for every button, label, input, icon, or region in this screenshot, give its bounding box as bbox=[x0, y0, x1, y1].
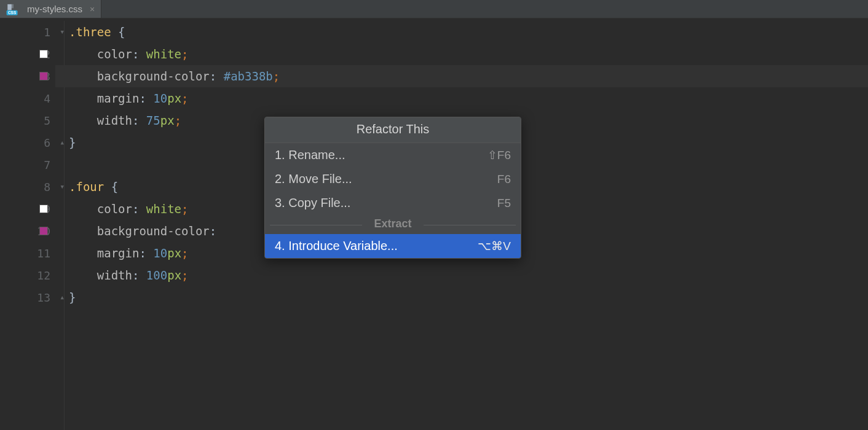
popup-item-shortcut: ⌥⌘V bbox=[478, 239, 511, 253]
line-number: 1 bbox=[33, 26, 55, 39]
svg-text:CSS: CSS bbox=[8, 10, 17, 15]
gutter-line: 4 bbox=[0, 87, 55, 109]
line-number: 8 bbox=[33, 181, 55, 194]
tab-mystyles[interactable]: CSS my-styles.css × bbox=[0, 0, 101, 18]
popup-item-shortcut: ⇧F6 bbox=[487, 148, 511, 162]
line-number: 11 bbox=[33, 247, 55, 260]
code-line[interactable]: .three { bbox=[69, 21, 868, 43]
line-number: 7 bbox=[33, 158, 55, 171]
popup-item-label: 2. Move File... bbox=[275, 172, 352, 186]
color-swatch-icon[interactable] bbox=[39, 205, 48, 213]
gutter: 1▼23456▲78▼910111213▲ bbox=[0, 18, 55, 430]
popup-item-label: 4. Introduce Variable... bbox=[275, 239, 398, 253]
gutter-line: 2 bbox=[0, 43, 55, 65]
line-number: 4 bbox=[33, 92, 55, 105]
close-icon[interactable]: × bbox=[87, 4, 95, 14]
popup-item-shortcut: F6 bbox=[497, 173, 511, 186]
gutter-line: 5 bbox=[0, 109, 55, 131]
line-number: 12 bbox=[33, 269, 55, 282]
color-swatch-icon[interactable] bbox=[39, 50, 48, 58]
popup-item-rename[interactable]: 1. Rename...⇧F6 bbox=[265, 143, 521, 167]
line-number: 5 bbox=[33, 114, 55, 127]
tab-filename: my-styles.css bbox=[27, 4, 82, 14]
editor: 1▼23456▲78▼910111213▲ .three { color: wh… bbox=[0, 18, 868, 430]
code-line[interactable]: } bbox=[69, 286, 868, 308]
popup-section-extract: Extract bbox=[265, 215, 521, 234]
gutter-line: 1▼ bbox=[0, 21, 55, 43]
popup-item-label: 1. Rename... bbox=[275, 148, 345, 162]
gutter-line: 9 bbox=[0, 198, 55, 220]
line-number: 13 bbox=[33, 291, 55, 304]
code-line[interactable]: width: 100px; bbox=[69, 264, 868, 286]
popup-item-introduce-variable[interactable]: 4. Introduce Variable... ⌥⌘V bbox=[265, 234, 521, 258]
gutter-line: 10 bbox=[0, 220, 55, 242]
gutter-line: 12 bbox=[0, 264, 55, 286]
gutter-line: 11 bbox=[0, 242, 55, 264]
code-line[interactable]: margin: 10px; bbox=[69, 87, 868, 109]
color-swatch-icon[interactable] bbox=[39, 227, 48, 235]
refactor-popup: Refactor This 1. Rename...⇧F62. Move Fil… bbox=[264, 117, 521, 259]
gutter-line: 6▲ bbox=[0, 131, 55, 154]
tab-bar: CSS my-styles.css × bbox=[0, 0, 868, 18]
css-file-icon: CSS bbox=[5, 3, 22, 15]
line-number: 6 bbox=[33, 136, 55, 149]
code-line[interactable]: color: white; bbox=[69, 43, 868, 65]
popup-item-copy-file[interactable]: 3. Copy File...F5 bbox=[265, 191, 521, 215]
gutter-line: 8▼ bbox=[0, 176, 55, 198]
popup-item-label: 3. Copy File... bbox=[275, 196, 350, 210]
color-swatch-icon[interactable] bbox=[39, 72, 48, 80]
popup-item-move-file[interactable]: 2. Move File...F6 bbox=[265, 167, 521, 191]
gutter-line: 3 bbox=[0, 65, 55, 87]
popup-title: Refactor This bbox=[265, 117, 521, 143]
gutter-line: 7 bbox=[0, 154, 55, 176]
popup-item-shortcut: F5 bbox=[497, 197, 511, 210]
gutter-line: 13▲ bbox=[0, 286, 55, 308]
